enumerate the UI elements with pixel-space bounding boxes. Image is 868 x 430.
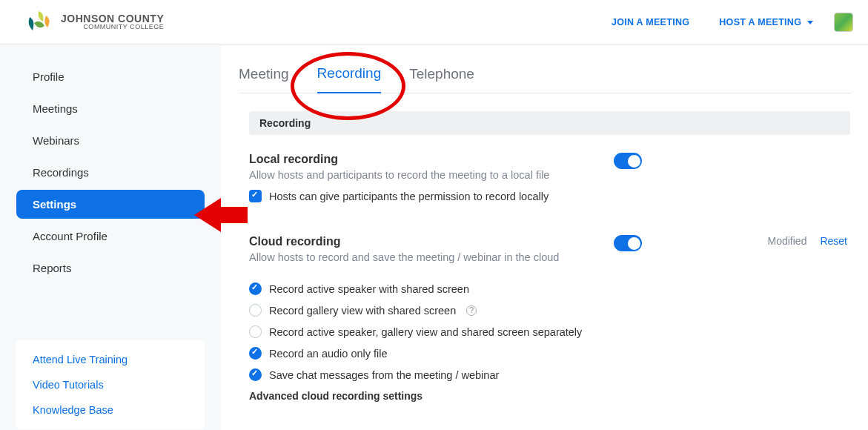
cloud-reset-link[interactable]: Reset	[820, 235, 847, 247]
tab-telephone[interactable]: Telephone	[409, 59, 474, 93]
help-box: Attend Live Training Video Tutorials Kno…	[16, 340, 205, 429]
host-meeting-label: HOST A MEETING	[719, 17, 801, 27]
checkbox-audio-only[interactable]	[249, 347, 262, 360]
sidebar-item-reports[interactable]: Reports	[16, 254, 205, 282]
local-recording-title: Local recording	[249, 153, 612, 166]
sidebar-item-settings[interactable]: Settings	[16, 190, 205, 219]
toggle-local-recording[interactable]	[614, 153, 642, 169]
tab-recording[interactable]: Recording	[317, 58, 382, 93]
cloud-recording-desc: Allow hosts to record and save the meeti…	[249, 251, 612, 263]
checkbox-hosts-permission-label: Hosts can give participants the permissi…	[269, 191, 549, 202]
advanced-heading: Advanced cloud recording settings	[249, 390, 850, 402]
content-area: Meeting Recording Telephone Recording Lo…	[221, 44, 868, 430]
sidebar-item-recordings[interactable]: Recordings	[16, 158, 205, 187]
checkbox-audio-only-label: Record an audio only file	[269, 348, 388, 360]
cloud-recording-title: Cloud recording	[249, 235, 612, 248]
brand-line1: JOHNSON COUNTY	[61, 13, 164, 24]
tab-meeting[interactable]: Meeting	[239, 59, 289, 93]
sidebar-item-account-profile[interactable]: Account Profile	[16, 222, 205, 251]
brand-logo[interactable]: JOHNSON COUNTY COMMUNITY COLLEGE	[24, 8, 164, 36]
checkbox-save-chat-label: Save chat messages from the meeting / we…	[269, 369, 499, 381]
svg-marker-0	[194, 198, 248, 232]
local-recording-desc: Allow hosts and participants to record t…	[249, 169, 612, 181]
setting-local-recording: Local recording Allow hosts and particip…	[249, 153, 850, 211]
checkbox-active-speaker[interactable]	[249, 282, 262, 295]
sidebar-item-meetings[interactable]: Meetings	[16, 94, 205, 123]
setting-cloud-recording: Cloud recording Allow hosts to record an…	[249, 235, 850, 272]
sidebar-item-profile[interactable]: Profile	[16, 62, 205, 91]
annotation-arrow	[194, 196, 248, 236]
help-link-training[interactable]: Attend Live Training	[33, 354, 188, 366]
brand-line2: COMMUNITY COLLEGE	[61, 24, 164, 30]
section-header-recording: Recording	[249, 111, 850, 135]
sidebar: Profile Meetings Webinars Recordings Set…	[0, 44, 221, 430]
toggle-cloud-recording[interactable]	[614, 235, 642, 251]
help-icon[interactable]: ?	[466, 305, 477, 316]
tab-bar: Meeting Recording Telephone	[239, 58, 850, 93]
logo-icon	[24, 8, 55, 36]
sidebar-item-webinars[interactable]: Webinars	[16, 126, 205, 155]
join-meeting-link[interactable]: JOIN A MEETING	[612, 17, 689, 27]
checkbox-gallery-view[interactable]	[249, 304, 262, 317]
top-header: JOHNSON COUNTY COMMUNITY COLLEGE JOIN A …	[0, 0, 868, 44]
checkbox-hosts-permission[interactable]	[249, 190, 262, 202]
cloud-modified-label: Modified	[768, 235, 807, 247]
help-link-kb[interactable]: Knowledge Base	[33, 404, 188, 416]
checkbox-gallery-view-label: Record gallery view with shared screen	[269, 305, 456, 317]
checkbox-separate-label: Record active speaker, gallery view and …	[269, 326, 582, 338]
help-link-tutorials[interactable]: Video Tutorials	[33, 379, 188, 391]
avatar[interactable]	[834, 13, 853, 32]
checkbox-save-chat[interactable]	[249, 368, 262, 381]
checkbox-separate[interactable]	[249, 325, 262, 338]
host-meeting-link[interactable]: HOST A MEETING	[719, 17, 813, 27]
chevron-down-icon	[807, 21, 813, 24]
checkbox-active-speaker-label: Record active speaker with shared screen	[269, 283, 469, 295]
